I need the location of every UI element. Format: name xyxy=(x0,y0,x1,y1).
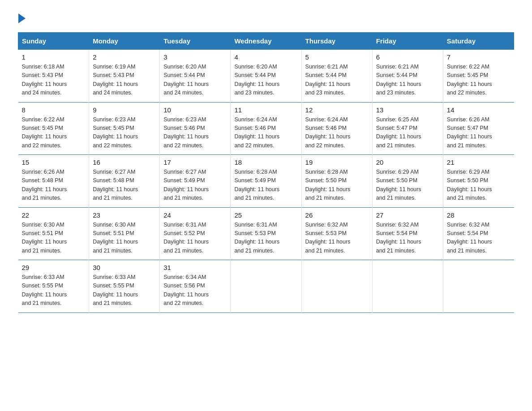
day-number: 9 xyxy=(93,106,156,114)
calendar-cell: 11Sunrise: 6:24 AMSunset: 5:46 PMDayligh… xyxy=(231,102,301,155)
day-info: Sunrise: 6:22 AMSunset: 5:45 PMDaylight:… xyxy=(22,116,86,150)
day-number: 23 xyxy=(93,211,156,219)
calendar-cell xyxy=(231,260,301,313)
day-info: Sunrise: 6:24 AMSunset: 5:46 PMDaylight:… xyxy=(234,116,297,150)
day-number: 11 xyxy=(234,106,297,114)
day-info: Sunrise: 6:27 AMSunset: 5:48 PMDaylight:… xyxy=(93,168,156,203)
day-number: 25 xyxy=(234,211,297,219)
day-number: 22 xyxy=(22,211,86,219)
day-number: 3 xyxy=(163,53,227,61)
day-number: 13 xyxy=(376,106,439,114)
day-number: 19 xyxy=(305,158,369,166)
calendar-cell: 3Sunrise: 6:20 AMSunset: 5:44 PMDaylight… xyxy=(160,50,231,103)
day-number: 10 xyxy=(163,106,227,114)
calendar-cell: 23Sunrise: 6:30 AMSunset: 5:51 PMDayligh… xyxy=(89,207,160,260)
day-number: 26 xyxy=(305,211,369,219)
day-info: Sunrise: 6:31 AMSunset: 5:52 PMDaylight:… xyxy=(163,221,227,256)
day-number: 21 xyxy=(447,158,511,166)
col-wednesday: Wednesday xyxy=(231,33,301,50)
day-info: Sunrise: 6:20 AMSunset: 5:44 PMDaylight:… xyxy=(234,63,297,98)
day-number: 15 xyxy=(22,158,86,166)
calendar-cell: 19Sunrise: 6:28 AMSunset: 5:50 PMDayligh… xyxy=(301,155,372,208)
day-info: Sunrise: 6:32 AMSunset: 5:53 PMDaylight:… xyxy=(305,221,369,256)
day-number: 24 xyxy=(163,211,227,219)
day-info: Sunrise: 6:28 AMSunset: 5:50 PMDaylight:… xyxy=(305,168,369,203)
day-number: 29 xyxy=(22,264,86,271)
day-number: 4 xyxy=(234,53,297,61)
calendar-cell: 27Sunrise: 6:32 AMSunset: 5:54 PMDayligh… xyxy=(372,207,443,260)
day-number: 5 xyxy=(305,53,369,61)
day-info: Sunrise: 6:19 AMSunset: 5:43 PMDaylight:… xyxy=(93,63,156,98)
calendar-cell: 21Sunrise: 6:29 AMSunset: 5:50 PMDayligh… xyxy=(443,155,514,208)
day-number: 28 xyxy=(447,211,511,219)
col-tuesday: Tuesday xyxy=(160,33,231,50)
calendar-cell: 22Sunrise: 6:30 AMSunset: 5:51 PMDayligh… xyxy=(18,207,89,260)
day-number: 14 xyxy=(447,106,511,114)
day-number: 1 xyxy=(22,53,86,61)
day-info: Sunrise: 6:20 AMSunset: 5:44 PMDaylight:… xyxy=(163,63,227,98)
day-info: Sunrise: 6:23 AMSunset: 5:46 PMDaylight:… xyxy=(163,116,227,150)
day-info: Sunrise: 6:21 AMSunset: 5:44 PMDaylight:… xyxy=(376,63,439,98)
calendar-cell: 28Sunrise: 6:32 AMSunset: 5:54 PMDayligh… xyxy=(443,207,514,260)
calendar-table: Sunday Monday Tuesday Wednesday Thursday… xyxy=(18,32,514,313)
day-number: 6 xyxy=(376,53,439,61)
calendar-week-row: 29Sunrise: 6:33 AMSunset: 5:55 PMDayligh… xyxy=(18,260,514,313)
day-info: Sunrise: 6:29 AMSunset: 5:50 PMDaylight:… xyxy=(447,168,511,203)
calendar-cell xyxy=(372,260,443,313)
calendar-cell: 31Sunrise: 6:34 AMSunset: 5:56 PMDayligh… xyxy=(160,260,231,313)
day-info: Sunrise: 6:27 AMSunset: 5:49 PMDaylight:… xyxy=(163,168,227,203)
col-thursday: Thursday xyxy=(301,33,372,50)
day-number: 27 xyxy=(376,211,439,219)
calendar-cell: 10Sunrise: 6:23 AMSunset: 5:46 PMDayligh… xyxy=(160,102,231,155)
day-info: Sunrise: 6:32 AMSunset: 5:54 PMDaylight:… xyxy=(447,221,511,256)
header xyxy=(18,13,514,23)
day-info: Sunrise: 6:33 AMSunset: 5:55 PMDaylight:… xyxy=(93,273,156,308)
calendar-cell: 29Sunrise: 6:33 AMSunset: 5:55 PMDayligh… xyxy=(18,260,89,313)
logo xyxy=(18,13,26,23)
day-info: Sunrise: 6:25 AMSunset: 5:47 PMDaylight:… xyxy=(376,116,439,150)
col-friday: Friday xyxy=(372,33,443,50)
calendar-week-row: 8Sunrise: 6:22 AMSunset: 5:45 PMDaylight… xyxy=(18,102,514,155)
calendar-cell: 15Sunrise: 6:26 AMSunset: 5:48 PMDayligh… xyxy=(18,155,89,208)
calendar-cell: 25Sunrise: 6:31 AMSunset: 5:53 PMDayligh… xyxy=(231,207,301,260)
day-number: 18 xyxy=(234,158,297,166)
header-row: Sunday Monday Tuesday Wednesday Thursday… xyxy=(18,33,514,50)
day-info: Sunrise: 6:34 AMSunset: 5:56 PMDaylight:… xyxy=(163,273,227,308)
day-info: Sunrise: 6:32 AMSunset: 5:54 PMDaylight:… xyxy=(376,221,439,256)
calendar-cell: 13Sunrise: 6:25 AMSunset: 5:47 PMDayligh… xyxy=(372,102,443,155)
day-info: Sunrise: 6:30 AMSunset: 5:51 PMDaylight:… xyxy=(93,221,156,256)
day-number: 2 xyxy=(93,53,156,61)
calendar-cell: 14Sunrise: 6:26 AMSunset: 5:47 PMDayligh… xyxy=(443,102,514,155)
day-info: Sunrise: 6:21 AMSunset: 5:44 PMDaylight:… xyxy=(305,63,369,98)
calendar-cell: 18Sunrise: 6:28 AMSunset: 5:49 PMDayligh… xyxy=(231,155,301,208)
day-info: Sunrise: 6:18 AMSunset: 5:43 PMDaylight:… xyxy=(22,63,86,98)
calendar-cell: 24Sunrise: 6:31 AMSunset: 5:52 PMDayligh… xyxy=(160,207,231,260)
calendar-cell: 2Sunrise: 6:19 AMSunset: 5:43 PMDaylight… xyxy=(89,50,160,103)
calendar-cell: 20Sunrise: 6:29 AMSunset: 5:50 PMDayligh… xyxy=(372,155,443,208)
calendar-week-row: 15Sunrise: 6:26 AMSunset: 5:48 PMDayligh… xyxy=(18,155,514,208)
calendar-week-row: 22Sunrise: 6:30 AMSunset: 5:51 PMDayligh… xyxy=(18,207,514,260)
calendar-cell: 6Sunrise: 6:21 AMSunset: 5:44 PMDaylight… xyxy=(372,50,443,103)
day-number: 17 xyxy=(163,158,227,166)
calendar-cell: 1Sunrise: 6:18 AMSunset: 5:43 PMDaylight… xyxy=(18,50,89,103)
day-number: 31 xyxy=(163,264,227,271)
day-info: Sunrise: 6:22 AMSunset: 5:45 PMDaylight:… xyxy=(447,63,511,98)
col-saturday: Saturday xyxy=(443,33,514,50)
calendar-cell: 16Sunrise: 6:27 AMSunset: 5:48 PMDayligh… xyxy=(89,155,160,208)
calendar-cell: 26Sunrise: 6:32 AMSunset: 5:53 PMDayligh… xyxy=(301,207,372,260)
calendar-week-row: 1Sunrise: 6:18 AMSunset: 5:43 PMDaylight… xyxy=(18,50,514,103)
calendar-cell: 8Sunrise: 6:22 AMSunset: 5:45 PMDaylight… xyxy=(18,102,89,155)
calendar-cell: 30Sunrise: 6:33 AMSunset: 5:55 PMDayligh… xyxy=(89,260,160,313)
day-info: Sunrise: 6:29 AMSunset: 5:50 PMDaylight:… xyxy=(376,168,439,203)
calendar-cell: 5Sunrise: 6:21 AMSunset: 5:44 PMDaylight… xyxy=(301,50,372,103)
day-info: Sunrise: 6:26 AMSunset: 5:47 PMDaylight:… xyxy=(447,116,511,150)
day-info: Sunrise: 6:23 AMSunset: 5:45 PMDaylight:… xyxy=(93,116,156,150)
calendar-cell: 17Sunrise: 6:27 AMSunset: 5:49 PMDayligh… xyxy=(160,155,231,208)
calendar-cell: 12Sunrise: 6:24 AMSunset: 5:46 PMDayligh… xyxy=(301,102,372,155)
day-number: 7 xyxy=(447,53,511,61)
calendar-cell: 9Sunrise: 6:23 AMSunset: 5:45 PMDaylight… xyxy=(89,102,160,155)
calendar-cell: 7Sunrise: 6:22 AMSunset: 5:45 PMDaylight… xyxy=(443,50,514,103)
col-monday: Monday xyxy=(89,33,160,50)
day-number: 12 xyxy=(305,106,369,114)
logo-triangle-icon xyxy=(18,13,26,23)
